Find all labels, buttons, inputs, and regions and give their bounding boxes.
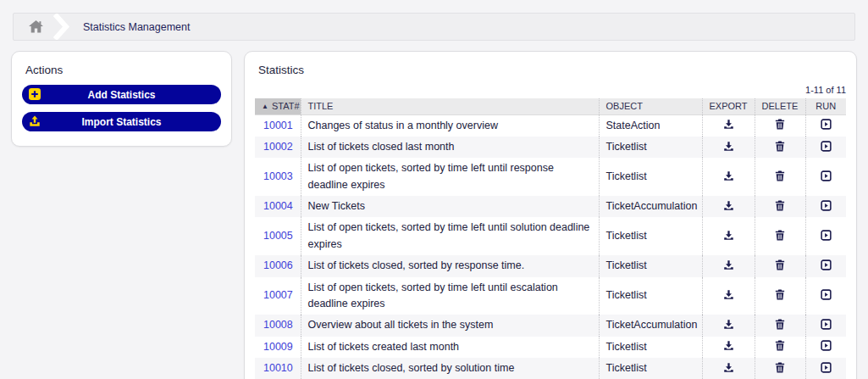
stat-export-cell <box>702 196 755 217</box>
play-icon-button[interactable] <box>821 289 832 303</box>
delete-button[interactable] <box>775 170 785 184</box>
download-icon <box>723 230 734 243</box>
stat-number-link[interactable]: 10004 <box>263 200 293 212</box>
delete-button[interactable] <box>775 141 785 154</box>
stat-object-cell: Ticketlist <box>599 358 702 379</box>
stat-run-cell <box>805 217 846 255</box>
play-icon <box>821 362 832 376</box>
stat-number-link[interactable]: 10007 <box>263 289 293 301</box>
stat-delete-cell <box>755 277 805 315</box>
play-icon <box>821 200 832 214</box>
stat-number-link[interactable]: 10001 <box>263 120 293 131</box>
stat-delete-cell <box>755 358 805 379</box>
stat-export-cell <box>702 277 755 315</box>
stat-delete-cell <box>755 158 805 196</box>
add-statistics-button[interactable]: Add Statistics <box>22 85 221 104</box>
breadcrumb: Statistics Management <box>13 13 855 41</box>
play-icon-button[interactable] <box>821 319 832 332</box>
download-icon <box>723 259 734 273</box>
actions-panel: Actions Add Statistics Import Statistics <box>11 51 232 147</box>
home-button[interactable] <box>14 14 58 40</box>
play-icon-button[interactable] <box>821 200 832 214</box>
delete-button[interactable] <box>775 289 785 303</box>
stat-number-link[interactable]: 10009 <box>263 341 293 353</box>
stat-export-cell <box>702 217 755 255</box>
stat-number-cell: 10004 <box>255 196 301 217</box>
stat-delete-cell <box>755 114 805 137</box>
trash-icon <box>775 259 785 273</box>
play-icon-button[interactable] <box>821 340 832 354</box>
play-icon <box>821 119 832 132</box>
delete-button[interactable] <box>775 340 785 354</box>
statistic-row: 10008 Overview about all tickets in the … <box>255 315 846 336</box>
export-button[interactable] <box>723 119 734 132</box>
play-icon <box>821 170 832 184</box>
stat-number-link[interactable]: 10006 <box>263 259 293 271</box>
add-statistics-label: Add Statistics <box>22 89 221 101</box>
play-icon <box>821 259 832 273</box>
stat-object-cell: Ticketlist <box>599 137 702 158</box>
stat-number-link[interactable]: 10005 <box>263 230 293 242</box>
stat-number-cell: 10003 <box>255 158 301 196</box>
export-button[interactable] <box>723 200 734 214</box>
stat-export-cell <box>702 255 755 276</box>
play-icon-button[interactable] <box>821 141 832 154</box>
trash-icon <box>775 319 785 332</box>
download-icon <box>723 340 734 354</box>
export-button[interactable] <box>723 230 734 243</box>
import-statistics-label: Import Statistics <box>22 116 221 128</box>
stat-number-cell: 10001 <box>255 114 301 137</box>
stat-number-cell: 10009 <box>255 337 301 358</box>
stat-export-cell <box>702 158 755 196</box>
delete-button[interactable] <box>775 259 785 273</box>
stat-number-link[interactable]: 10010 <box>263 362 293 374</box>
play-icon-button[interactable] <box>821 230 832 243</box>
column-header-stat[interactable]: ▲STAT# <box>255 98 301 114</box>
stat-object-cell: Ticketlist <box>599 217 702 255</box>
export-button[interactable] <box>723 170 734 184</box>
statistic-row: 10009 List of tickets created last month… <box>255 337 846 358</box>
download-icon <box>723 119 734 132</box>
export-button[interactable] <box>723 319 734 332</box>
actions-title: Actions <box>19 59 224 85</box>
delete-button[interactable] <box>775 319 785 332</box>
stat-run-cell <box>805 114 846 137</box>
export-button[interactable] <box>723 340 734 354</box>
stat-run-cell <box>805 158 846 196</box>
play-icon <box>821 230 832 243</box>
trash-icon <box>775 289 785 303</box>
export-button[interactable] <box>723 259 734 273</box>
download-icon <box>723 141 734 154</box>
play-icon-button[interactable] <box>821 170 832 184</box>
chevron-right-icon <box>53 14 71 40</box>
pagination-label: 1-11 of 11 <box>255 85 846 95</box>
play-icon-button[interactable] <box>821 119 832 132</box>
stat-title-cell: List of tickets closed, sorted by respon… <box>301 255 599 276</box>
stat-object-cell: Ticketlist <box>599 158 702 196</box>
stat-number-link[interactable]: 10002 <box>263 141 293 153</box>
play-icon-button[interactable] <box>821 259 832 273</box>
delete-button[interactable] <box>775 230 785 243</box>
stat-object-cell: Ticketlist <box>599 277 702 315</box>
download-icon <box>723 319 734 332</box>
stat-number-link[interactable]: 10003 <box>263 170 293 182</box>
stat-title-cell: New Tickets <box>301 196 599 217</box>
delete-button[interactable] <box>775 119 785 132</box>
import-statistics-button[interactable]: Import Statistics <box>22 112 221 131</box>
trash-icon <box>775 170 785 184</box>
stat-export-cell <box>702 315 755 336</box>
column-header-object[interactable]: OBJECT <box>599 98 702 114</box>
delete-button[interactable] <box>775 200 785 214</box>
stat-export-cell <box>702 337 755 358</box>
stat-title-cell: List of open tickets, sorted by time lef… <box>301 217 599 255</box>
export-button[interactable] <box>723 289 734 303</box>
delete-button[interactable] <box>775 362 785 376</box>
export-button[interactable] <box>723 141 734 154</box>
stat-number-cell: 10006 <box>255 255 301 276</box>
export-button[interactable] <box>723 362 734 376</box>
stat-number-link[interactable]: 10008 <box>263 319 293 331</box>
play-icon-button[interactable] <box>821 362 832 376</box>
stat-number-cell: 10005 <box>255 217 301 255</box>
column-header-title[interactable]: TITLE <box>301 98 599 114</box>
stat-export-cell <box>702 358 755 379</box>
